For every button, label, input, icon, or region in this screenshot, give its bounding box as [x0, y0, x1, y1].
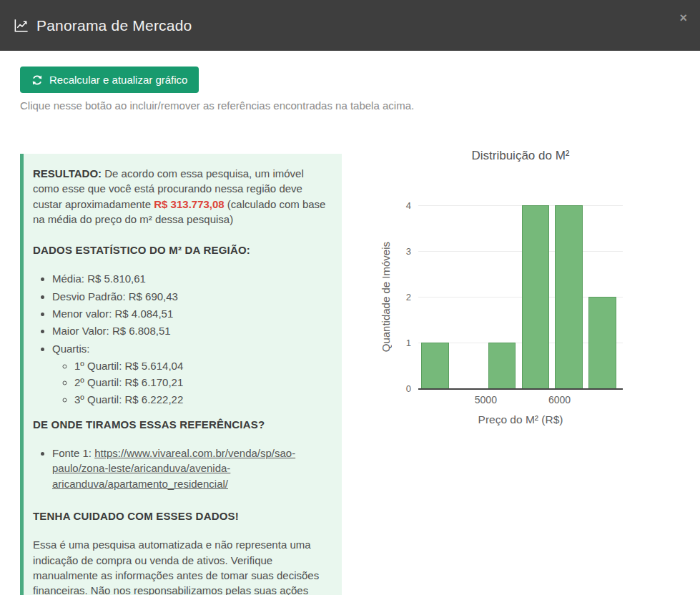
y-axis-tick-label: 1	[406, 338, 411, 348]
references-heading: DE ONDE TIRAMOS ESSAS REFERÊNCIAS?	[33, 417, 331, 432]
resultado-paragraph: RESULTADO: De acordo com essa pesquisa, …	[33, 166, 331, 227]
quartil-item: 3º Quartil: R$ 6.222,22	[74, 392, 331, 407]
stats-heading: DADOS ESTATÍSTICO DO M² DA REGIÃO:	[33, 242, 331, 257]
resultado-label: RESULTADO:	[33, 167, 102, 180]
stat-item: Maior Valor: R$ 6.808,51	[52, 323, 331, 338]
stats-list: Média: R$ 5.810,61Desvio Padrão: R$ 690,…	[33, 271, 331, 406]
y-axis-tick-label: 4	[406, 200, 411, 211]
stat-item: Desvio Padrão: R$ 690,43	[52, 289, 331, 304]
x-axis-title: Preço do M² (R$)	[418, 413, 623, 426]
y-axis-title: Quantidade de Imóveis	[378, 205, 393, 388]
warning-heading: TENHA CUIDADO COM ESSES DADOS!	[33, 508, 331, 523]
modal-header: Panorama de Mercado ×	[0, 0, 700, 51]
quartil-item: 1º Quartil: R$ 5.614,04	[74, 358, 331, 373]
refresh-icon	[31, 74, 43, 86]
histogram-bar	[421, 343, 448, 388]
recalculate-button-label: Recalcular e atualizar gráfico	[49, 74, 187, 86]
chart-title: Distribuição do M²	[418, 149, 623, 163]
y-axis-tick-label: 0	[406, 383, 411, 394]
fonte-list: Fonte 1: https://www.vivareal.com.br/ven…	[33, 446, 331, 491]
quartil-item: 2º Quartil: R$ 6.170,21	[74, 375, 331, 390]
y-axis-tick-label: 3	[406, 246, 411, 257]
result-panel: RESULTADO: De acordo com essa pesquisa, …	[20, 154, 342, 595]
quartis-list: 1º Quartil: R$ 5.614,042º Quartil: R$ 6.…	[52, 358, 331, 407]
toolbar-caption: Clique nesse botão ao incluir/remover as…	[20, 99, 414, 112]
x-axis-tick-label: 6000	[548, 394, 571, 405]
x-axis-tick-label: 5000	[475, 394, 497, 405]
gridline	[418, 205, 623, 206]
estimated-price: R$ 313.773,08	[154, 198, 224, 210]
modal-title: Panorama de Mercado	[36, 17, 192, 34]
recalculate-button[interactable]: Recalcular e atualizar gráfico	[20, 67, 199, 93]
histogram-bar	[488, 343, 516, 388]
y-axis-tick-label: 2	[406, 292, 411, 303]
warning-paragraph: Essa é uma pesquisa automatizada e não r…	[33, 537, 331, 595]
histogram-bar	[522, 205, 549, 388]
panorama-modal: Panorama de Mercado × Recalcular e atual…	[0, 0, 700, 595]
distribution-chart: Distribuição do M² Quantidade de Imóveis…	[372, 139, 658, 447]
plot-area: 0123450006000	[418, 205, 623, 390]
fonte-item: Fonte 1: https://www.vivareal.com.br/ven…	[52, 446, 331, 491]
fonte-label: Fonte 1:	[52, 447, 92, 459]
histogram-bar	[588, 297, 616, 388]
stat-item: Média: R$ 5.810,61	[52, 271, 331, 286]
close-icon[interactable]: ×	[679, 11, 687, 24]
chart-line-icon	[13, 17, 29, 34]
stat-item: Menor valor: R$ 4.084,51	[52, 306, 331, 321]
gridline	[418, 251, 623, 252]
quartis-label: Quartis:	[52, 343, 90, 355]
histogram-bar	[555, 205, 582, 388]
stat-item-quartis: Quartis: 1º Quartil: R$ 5.614,042º Quart…	[52, 341, 331, 407]
